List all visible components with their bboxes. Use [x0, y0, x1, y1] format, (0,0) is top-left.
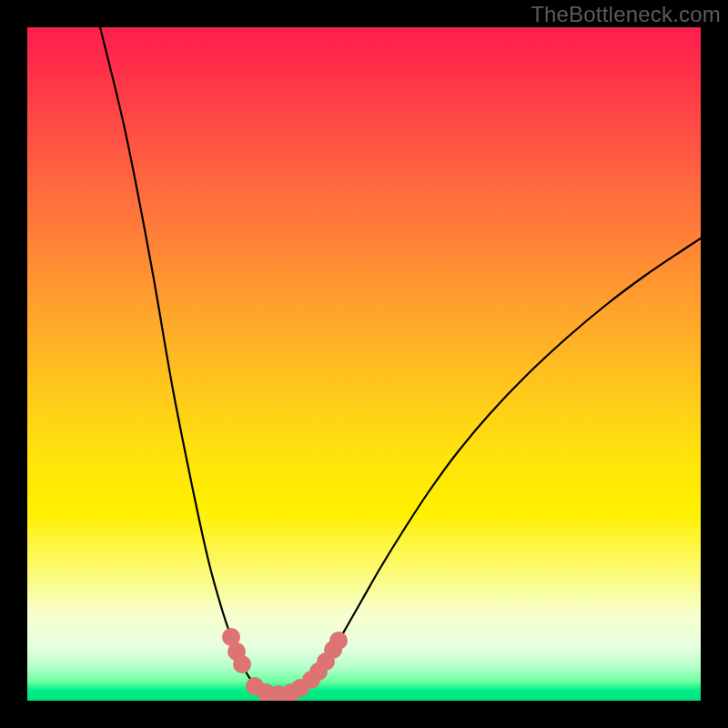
- marker-dot: [329, 632, 348, 650]
- curve-layer: [27, 27, 701, 701]
- bottleneck-curve: [100, 27, 701, 694]
- marker-dots: [222, 628, 348, 701]
- watermark-text: TheBottleneck.com: [531, 2, 721, 27]
- plot-area: [27, 27, 701, 701]
- chart-root: TheBottleneck.com: [0, 0, 728, 728]
- marker-dot: [233, 655, 251, 673]
